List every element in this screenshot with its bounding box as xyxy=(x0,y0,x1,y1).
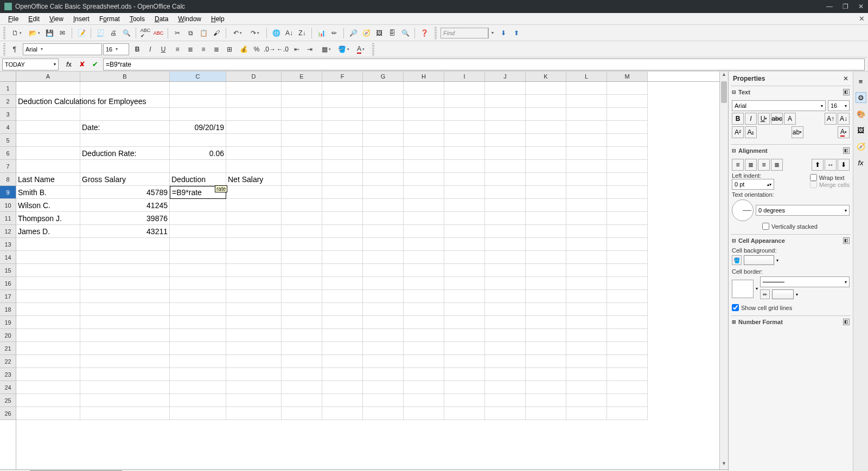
cell-B5[interactable] xyxy=(80,134,170,147)
select-all-corner[interactable] xyxy=(0,72,16,82)
cell-L14[interactable] xyxy=(566,251,607,264)
cell-M8[interactable] xyxy=(607,173,648,186)
percent-button[interactable]: % xyxy=(251,43,263,55)
cell-L17[interactable] xyxy=(566,290,607,303)
cell-J26[interactable] xyxy=(485,407,526,420)
cell-H10[interactable] xyxy=(404,199,444,212)
cell-E22[interactable] xyxy=(282,355,322,368)
cell-L3[interactable] xyxy=(566,108,607,121)
cell-J3[interactable] xyxy=(485,108,526,121)
cell-G16[interactable] xyxy=(363,277,404,290)
cell-L6[interactable] xyxy=(566,147,607,160)
col-header[interactable]: L xyxy=(566,72,607,81)
section-alignment[interactable]: ⊟Alignment ◧ xyxy=(731,146,851,155)
border-preview[interactable] xyxy=(732,280,754,298)
cell-F4[interactable] xyxy=(322,121,363,134)
row-header[interactable]: 3 xyxy=(0,108,16,121)
col-header[interactable]: J xyxy=(485,72,526,81)
cell-H11[interactable] xyxy=(404,212,444,225)
vertical-scrollbar[interactable]: ▲ ▼ xyxy=(719,72,728,469)
cell-D25[interactable] xyxy=(226,394,282,407)
row-header[interactable]: 7 xyxy=(0,160,16,173)
cell-I24[interactable] xyxy=(444,381,485,394)
cancel-button[interactable]: ✘ xyxy=(77,60,87,69)
cell-J18[interactable] xyxy=(485,303,526,316)
cell-G19[interactable] xyxy=(363,316,404,329)
cell-H9[interactable] xyxy=(404,186,444,199)
sort-desc-button[interactable]: Z↓ xyxy=(296,27,308,39)
cell-G6[interactable] xyxy=(363,147,404,160)
cell-F25[interactable] xyxy=(322,394,363,407)
cell-E23[interactable] xyxy=(282,368,322,381)
cell-I5[interactable] xyxy=(444,134,485,147)
cell-B7[interactable] xyxy=(80,160,170,173)
section-number-format[interactable]: ⊞Number Format ◧ xyxy=(731,318,851,326)
row-header[interactable]: 16 xyxy=(0,277,16,290)
cell-I21[interactable] xyxy=(444,342,485,355)
sort-asc-button[interactable]: A↓ xyxy=(283,27,295,39)
font-name-combo[interactable]: Arial▾ xyxy=(23,43,102,55)
new-button[interactable]: 🗋▾ xyxy=(9,27,25,39)
cell-L22[interactable] xyxy=(566,355,607,368)
cell-B26[interactable] xyxy=(80,407,170,420)
cell-L11[interactable] xyxy=(566,212,607,225)
cell-C6[interactable]: 0.06 xyxy=(170,147,226,160)
grid[interactable]: 1 2 3 4 5 6 7 8 9 10 11 12 13 14 15 16 1… xyxy=(0,72,728,469)
cell-L1[interactable] xyxy=(566,82,607,95)
sidebar-close-icon[interactable]: ✕ xyxy=(843,75,848,82)
cell-B2[interactable] xyxy=(80,95,170,108)
cell-D5[interactable] xyxy=(226,134,282,147)
cell-G7[interactable] xyxy=(363,160,404,173)
cell-E1[interactable] xyxy=(282,82,322,95)
cell-H23[interactable] xyxy=(404,368,444,381)
col-header[interactable]: A xyxy=(16,72,80,81)
cell-K24[interactable] xyxy=(526,381,566,394)
row-header[interactable]: 11 xyxy=(0,212,16,225)
redo-button[interactable]: ↷▾ xyxy=(247,27,263,39)
cell-K26[interactable] xyxy=(526,407,566,420)
cell-H8[interactable] xyxy=(404,173,444,186)
cell-H26[interactable] xyxy=(404,407,444,420)
cut-button[interactable]: ✂ xyxy=(171,27,183,39)
cell-L15[interactable] xyxy=(566,264,607,277)
col-header[interactable]: E xyxy=(282,72,322,81)
cell-F1[interactable] xyxy=(322,82,363,95)
cell-D16[interactable] xyxy=(226,277,282,290)
format-paintbrush-button[interactable]: 🖌 xyxy=(210,27,222,39)
navigator-button[interactable]: 🧭 xyxy=(360,27,372,39)
cell-L18[interactable] xyxy=(566,303,607,316)
cell-L13[interactable] xyxy=(566,238,607,251)
cell-H13[interactable] xyxy=(404,238,444,251)
cell-D2[interactable] xyxy=(226,95,282,108)
cell-H12[interactable] xyxy=(404,225,444,238)
cell-M7[interactable] xyxy=(607,160,648,173)
cell-D24[interactable] xyxy=(226,381,282,394)
cell-I11[interactable] xyxy=(444,212,485,225)
cell-C8[interactable]: Deduction xyxy=(170,173,226,186)
toolbar-handle-4[interactable] xyxy=(372,43,374,55)
name-box[interactable]: TODAY▾ xyxy=(2,59,59,70)
row-header[interactable]: 14 xyxy=(0,251,16,264)
sidebar-fontcolor[interactable]: A▾ xyxy=(838,126,850,138)
cell-C12[interactable] xyxy=(170,225,226,238)
cell-I23[interactable] xyxy=(444,368,485,381)
cell-A11[interactable]: Thompson J. xyxy=(16,212,80,225)
cell-M24[interactable] xyxy=(607,381,648,394)
cell-A21[interactable] xyxy=(16,342,80,355)
row-header[interactable]: 18 xyxy=(0,303,16,316)
cell-K7[interactable] xyxy=(526,160,566,173)
cell-K25[interactable] xyxy=(526,394,566,407)
cell-L23[interactable] xyxy=(566,368,607,381)
cell-B25[interactable] xyxy=(80,394,170,407)
cell-B6[interactable]: Deduction Rate: xyxy=(80,147,170,160)
cell-F21[interactable] xyxy=(322,342,363,355)
cell-A9[interactable]: Smith B. xyxy=(16,186,80,199)
cell-J11[interactable] xyxy=(485,212,526,225)
cell-J14[interactable] xyxy=(485,251,526,264)
cell-M2[interactable] xyxy=(607,95,648,108)
cell-B14[interactable] xyxy=(80,251,170,264)
cell-F2[interactable] xyxy=(322,95,363,108)
find-next-button[interactable]: ⬇ xyxy=(497,27,509,39)
cell-D6[interactable] xyxy=(226,147,282,160)
cell-J5[interactable] xyxy=(485,134,526,147)
